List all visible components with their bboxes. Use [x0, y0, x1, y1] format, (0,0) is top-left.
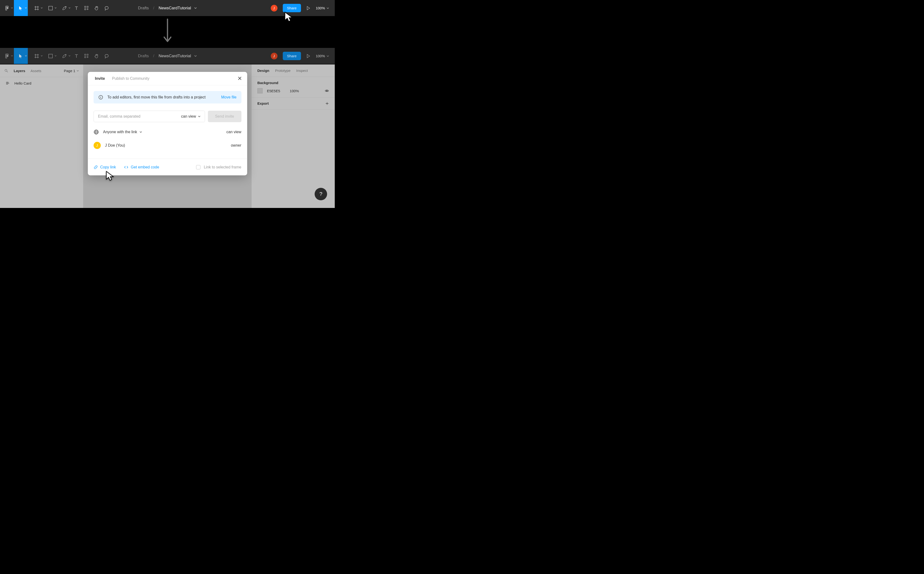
- layer-name-label: Hello Card: [14, 81, 32, 85]
- code-icon: [124, 165, 128, 169]
- move-tool-button[interactable]: [14, 0, 28, 16]
- color-swatch[interactable]: [257, 88, 263, 93]
- help-label: ?: [319, 191, 322, 197]
- share-button[interactable]: Share: [283, 52, 301, 60]
- present-icon[interactable]: [306, 54, 311, 58]
- help-button[interactable]: ?: [315, 188, 327, 200]
- anyone-label: Anyone with the link: [103, 130, 137, 134]
- anyone-permission[interactable]: can view: [227, 130, 241, 134]
- link-to-frame-checkbox[interactable]: Link to selected frame: [196, 165, 241, 169]
- modal-tab-invite[interactable]: Invite: [95, 76, 105, 81]
- zoom-dropdown[interactable]: 100%: [316, 6, 329, 10]
- pen-tool-button[interactable]: [57, 0, 71, 16]
- main-menu-button[interactable]: [0, 48, 14, 64]
- plus-icon[interactable]: [325, 102, 329, 106]
- pen-tool-button[interactable]: [57, 48, 71, 64]
- zoom-label: 100%: [316, 54, 325, 58]
- section-export: Export: [252, 98, 335, 109]
- comment-tool-button[interactable]: [102, 48, 112, 64]
- close-icon[interactable]: [238, 76, 242, 80]
- chevron-down-icon: [77, 70, 79, 72]
- color-opacity[interactable]: 100%: [290, 89, 299, 93]
- anyone-with-link-dropdown[interactable]: Anyone with the link: [103, 130, 222, 134]
- share-button-label: Share: [287, 54, 296, 58]
- email-input[interactable]: Email, comma separated can view: [93, 111, 205, 122]
- info-banner: To add editors, first move this file fro…: [93, 91, 241, 104]
- user-avatar[interactable]: J: [271, 53, 278, 60]
- text-layer-icon: [6, 82, 9, 85]
- globe-icon: [93, 129, 99, 135]
- owner-avatar: J: [93, 142, 101, 149]
- tab-layers[interactable]: Layers: [14, 69, 25, 73]
- color-hex[interactable]: E5E5E5: [267, 89, 280, 93]
- layer-row[interactable]: Hello Card: [0, 77, 83, 89]
- background-title: Background: [257, 81, 329, 85]
- tab-design[interactable]: Design: [257, 68, 269, 73]
- permission-dropdown[interactable]: can view: [181, 114, 200, 118]
- owner-avatar-initial: J: [96, 144, 98, 147]
- send-invite-label: Send invite: [215, 114, 234, 118]
- chevron-down-icon: [198, 115, 200, 117]
- frame-tool-button[interactable]: [30, 48, 44, 64]
- share-modal: Invite Publish to Community To add edito…: [88, 72, 247, 175]
- checkbox-box: [196, 165, 200, 169]
- frame-tool-button[interactable]: [30, 0, 44, 16]
- visibility-icon[interactable]: [325, 88, 329, 93]
- tab-assets[interactable]: Assets: [30, 69, 41, 73]
- move-tool-button[interactable]: [14, 48, 28, 64]
- hand-tool-button[interactable]: [91, 48, 102, 64]
- toolbar-bottom: Drafts / NewsCardTutorial J Share 100%: [0, 48, 335, 64]
- tab-prototype[interactable]: Prototype: [275, 68, 290, 73]
- share-button[interactable]: Share: [283, 4, 301, 12]
- chevron-down-icon: [326, 55, 329, 57]
- send-invite-button[interactable]: Send invite: [208, 111, 241, 122]
- comment-tool-button[interactable]: [102, 0, 112, 16]
- embed-code-button[interactable]: Get embed code: [124, 165, 159, 169]
- link-to-frame-label: Link to selected frame: [204, 165, 241, 169]
- owner-role: owner: [231, 143, 241, 148]
- link-icon: [93, 165, 98, 169]
- zoom-label: 100%: [316, 6, 325, 10]
- email-placeholder: Email, comma separated: [98, 114, 140, 118]
- breadcrumb-section[interactable]: Drafts: [138, 6, 149, 11]
- section-background: Background E5E5E5 100%: [252, 77, 335, 98]
- breadcrumb: Drafts / NewsCardTutorial: [138, 54, 197, 58]
- breadcrumb-section[interactable]: Drafts: [138, 54, 149, 58]
- avatar-initial: J: [273, 6, 275, 10]
- text-tool-button[interactable]: [71, 48, 82, 64]
- modal-tab-publish[interactable]: Publish to Community: [112, 76, 150, 81]
- shape-tool-button[interactable]: [44, 0, 57, 16]
- chevron-down-icon: [326, 7, 329, 9]
- text-tool-button[interactable]: [71, 0, 82, 16]
- avatar-initial: J: [273, 54, 275, 58]
- tab-inspect[interactable]: Inspect: [296, 68, 307, 73]
- chevron-down-icon: [139, 131, 142, 133]
- hand-tool-button[interactable]: [91, 0, 102, 16]
- tutorial-cursor-icon: [284, 11, 293, 22]
- shape-tool-button[interactable]: [44, 48, 57, 64]
- move-file-link[interactable]: Move file: [221, 95, 237, 99]
- permission-label: can view: [181, 114, 196, 118]
- resources-button[interactable]: [82, 48, 91, 64]
- file-name-dropdown[interactable]: NewsCardTutorial: [159, 6, 197, 11]
- breadcrumb: Drafts / NewsCardTutorial: [138, 6, 197, 11]
- zoom-dropdown[interactable]: 100%: [316, 54, 329, 58]
- page-label: Page 1: [64, 69, 75, 73]
- present-icon[interactable]: [306, 6, 311, 10]
- file-name-label: NewsCardTutorial: [159, 6, 191, 11]
- main-menu-button[interactable]: [0, 0, 14, 16]
- right-panel: Design Prototype Inspect Background E5E5…: [251, 65, 335, 208]
- copy-link-button[interactable]: Copy link: [93, 165, 116, 169]
- page-selector[interactable]: Page 1: [64, 69, 79, 73]
- file-name-dropdown[interactable]: NewsCardTutorial: [159, 54, 197, 58]
- copy-link-label: Copy link: [100, 165, 116, 169]
- embed-code-label: Get embed code: [131, 165, 159, 169]
- tutorial-cursor-icon: [106, 171, 115, 181]
- resources-button[interactable]: [82, 0, 91, 16]
- file-name-label: NewsCardTutorial: [159, 54, 191, 58]
- user-avatar[interactable]: J: [271, 5, 278, 11]
- search-icon[interactable]: [4, 69, 8, 73]
- breadcrumb-separator: /: [153, 6, 155, 11]
- chevron-down-icon: [194, 7, 197, 9]
- export-title: Export: [257, 101, 269, 106]
